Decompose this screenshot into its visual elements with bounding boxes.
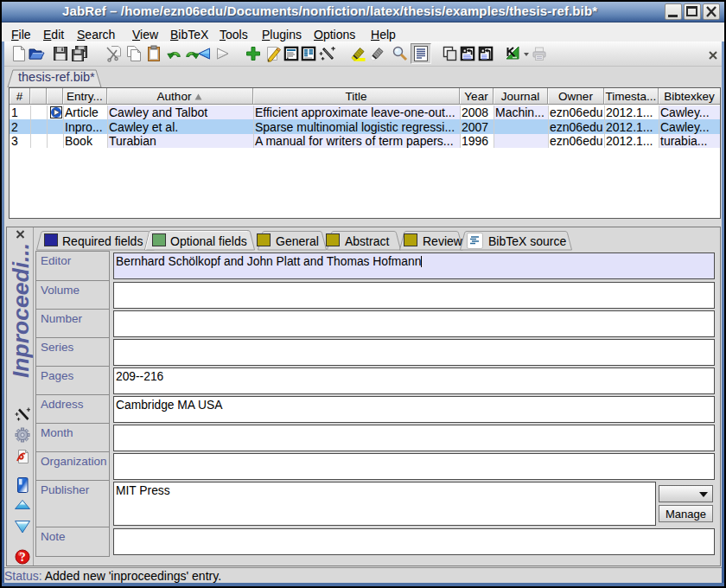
svg-text:?: ? [19, 550, 25, 564]
